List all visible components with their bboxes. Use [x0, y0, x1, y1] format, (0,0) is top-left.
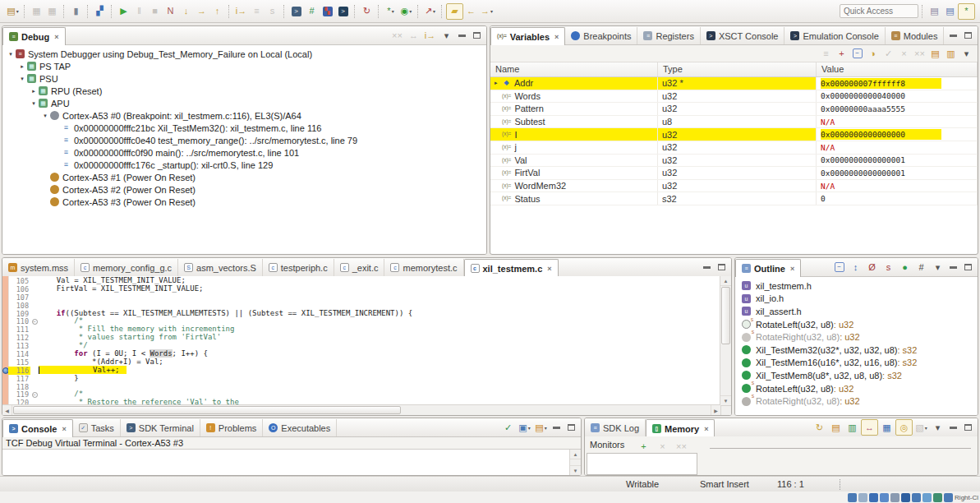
scroll-up-icon[interactable]: ▲ [720, 276, 731, 286]
console-tab-executables[interactable]: OExecutables [263, 419, 337, 436]
collapse-all-icon[interactable]: − [831, 260, 847, 275]
xsct-icon[interactable]: # [304, 4, 320, 19]
maximize-icon[interactable] [473, 32, 481, 39]
outline-item[interactable]: SRotateRight(u32, u8) : u32 [735, 330, 978, 344]
debug-launch-tree[interactable]: ▾≡System Debugger using Debug_Test_Memor… [2, 45, 486, 254]
scroll-down-icon[interactable]: ▼ [720, 395, 731, 405]
variable-row-firtval[interactable]: (x)=FirtValu320x0000000000000001 [490, 167, 978, 180]
taskbar-app-icon-4[interactable] [880, 493, 889, 502]
external-tools-icon[interactable]: ↗▾ [422, 4, 438, 19]
memory-tab-memory[interactable]: ▯Memory× [646, 419, 715, 437]
maximize-icon[interactable] [568, 424, 575, 431]
step-granularity-icon[interactable]: i→ [233, 4, 249, 19]
restart-icon[interactable]: ↻ [359, 4, 375, 19]
new-wizard-icon[interactable]: ▤▾ [5, 4, 21, 19]
open-perspective-icon[interactable]: ▤ [927, 4, 942, 19]
debug-tree-item[interactable]: ▾▦APU [2, 97, 486, 109]
display-console-icon[interactable]: ▣▾ [517, 420, 532, 435]
view-menu-icon[interactable]: ▾ [439, 28, 454, 43]
variables-tab-modules[interactable]: ≡Modules [886, 27, 945, 44]
sort-icon[interactable]: ↕ [848, 260, 863, 275]
variable-row-pattern[interactable]: (x)=Patternu320x00000000aaaa5555 [490, 103, 978, 116]
debug-tree-item[interactable]: ≡0x00000000fffc176c _startup(): xil-crt0… [2, 159, 486, 171]
maximize-icon[interactable] [718, 264, 725, 270]
hide-nonpublic-icon[interactable]: ● [897, 260, 913, 275]
variable-row-val[interactable]: (x)=Valu320x0000000000000001 [490, 155, 978, 168]
close-icon[interactable]: × [547, 265, 551, 273]
console-tab-sdk-terminal[interactable]: >SDK Terminal [121, 419, 200, 436]
cpp-perspective-icon[interactable]: ▤ [942, 4, 958, 19]
variables-tab-breakpoints[interactable]: Breakpoints [565, 27, 637, 44]
debug-tree-item[interactable]: ▸▦PS TAP [2, 60, 486, 72]
emulation-console-icon[interactable]: > [335, 4, 351, 19]
collapsed-arrow-icon[interactable]: ▸ [495, 80, 502, 86]
step-return-icon[interactable]: ↑ [209, 4, 225, 19]
taskbar-app-icon-7[interactable] [912, 493, 921, 502]
forward-icon[interactable]: →▾ [479, 4, 495, 19]
xsct-terminal-icon[interactable]: > [288, 4, 304, 19]
save-icon[interactable]: ▦ [29, 4, 44, 19]
code-line[interactable]: 109 if((Subtest == XIL_TESTMEM_ALLMEMTES… [8, 310, 720, 318]
program-fpga-icon[interactable]: ▚ [320, 4, 335, 19]
variables-tab-xsct-console[interactable]: >XSCT Console [701, 27, 785, 44]
suspend-icon[interactable]: ‖ [131, 4, 147, 19]
fold-marker-icon[interactable]: − [30, 392, 39, 398]
variable-row-status[interactable]: (x)=Statuss320 [490, 192, 978, 205]
column-header-value[interactable]: Value [817, 62, 978, 76]
minimize-icon[interactable] [950, 35, 957, 37]
outline-item[interactable]: Xil_TestMem8(u8*, u32, u8, u8) : s32 [735, 369, 978, 382]
debug-tab-debug[interactable]: ≡Debug× [2, 27, 66, 45]
taskbar-app-icon-10[interactable] [944, 493, 953, 502]
taskbar-app-icon-6[interactable] [901, 493, 910, 502]
outline-item[interactable]: SRotateLeft(u32, u8) : u32 [735, 318, 978, 331]
refresh-icon[interactable]: ↻ [812, 420, 827, 435]
console-scrollbar[interactable]: ▲ ▼ [569, 450, 581, 475]
variable-row-words[interactable]: (x)=Wordsu320x0000000000040000 [490, 90, 978, 104]
step-filters-icon[interactable]: s [265, 4, 280, 19]
close-icon[interactable]: × [704, 425, 708, 433]
outline-item[interactable]: uxil_testmem.h [735, 279, 978, 293]
taskbar-app-icon-1[interactable] [848, 493, 857, 502]
code-lines[interactable]: 105 Val = XIL_TESTMEM_INIT_VALUE;106 Fir… [8, 277, 720, 405]
scroll-left-icon[interactable]: ◀ [2, 405, 12, 415]
drop-to-frame-icon[interactable]: ≡ [249, 4, 265, 19]
enable-icon[interactable]: ✓ [881, 46, 896, 61]
collapsed-arrow-icon[interactable]: ▸ [30, 88, 38, 95]
taskbar-app-icon-3[interactable] [869, 493, 878, 502]
variables-tab-emulation-console[interactable]: >Emulation Console [784, 27, 885, 44]
monitors-list[interactable] [587, 453, 697, 475]
console-tab-problems[interactable]: !Problems [200, 419, 263, 436]
minimize-icon[interactable] [553, 427, 560, 429]
editor-tab-xil-testmem-c[interactable]: cxil_testmem.c× [464, 259, 559, 277]
maximize-icon[interactable] [964, 32, 972, 39]
console-tab-console[interactable]: >Console× [2, 419, 73, 437]
close-icon[interactable]: × [554, 33, 559, 41]
step-over-icon[interactable]: → [194, 4, 209, 19]
debug-tree-item[interactable]: ≡0x00000000fffc0e40 test_memory_range():… [2, 134, 486, 146]
expanded-arrow-icon[interactable]: ▾ [41, 113, 49, 119]
outline-item[interactable]: SRotateRight(u32, u8) : u32 [735, 395, 978, 408]
minimize-icon[interactable] [950, 266, 957, 269]
run-config-icon[interactable]: ◉▾ [398, 4, 414, 19]
close-icon[interactable]: × [54, 33, 58, 41]
remove-all-monitors-icon[interactable]: ×× [674, 439, 689, 454]
new-monitor-tab-icon[interactable]: ▤ [828, 420, 844, 435]
expanded-arrow-icon[interactable]: ▾ [18, 76, 26, 82]
open-console-icon[interactable]: ▤▾ [533, 420, 549, 435]
export-icon[interactable]: ▥ [844, 420, 860, 435]
close-icon[interactable]: × [790, 265, 794, 273]
outline-item[interactable]: Xil_TestMem32(u32*, u32, u32, u8) : s32 [735, 344, 978, 357]
link-views-icon[interactable]: ◎ [895, 419, 913, 436]
launch-wand-icon[interactable]: ▞ [92, 4, 108, 19]
scroll-up-icon[interactable]: ▲ [570, 450, 581, 459]
resume-icon[interactable]: ▶ [116, 4, 131, 19]
show-logical-structure-icon[interactable]: ≡ [818, 46, 834, 61]
hide-fields-icon[interactable]: Ø [864, 260, 880, 275]
collapsed-arrow-icon[interactable]: ▸ [18, 63, 26, 70]
debug-tree-item[interactable]: ▸▦RPU (Reset) [2, 85, 486, 97]
variables-tab-registers[interactable]: ≡Registers [637, 27, 700, 44]
remove-monitor-icon[interactable]: × [655, 439, 670, 454]
debug-tree-item[interactable]: ≡0x00000000fffc0f90 main(): ../src/memor… [2, 146, 486, 159]
expanded-arrow-icon[interactable]: ▾ [30, 100, 38, 107]
outline-item[interactable]: SRotateLeft(u32, u8) : u32 [735, 382, 978, 395]
